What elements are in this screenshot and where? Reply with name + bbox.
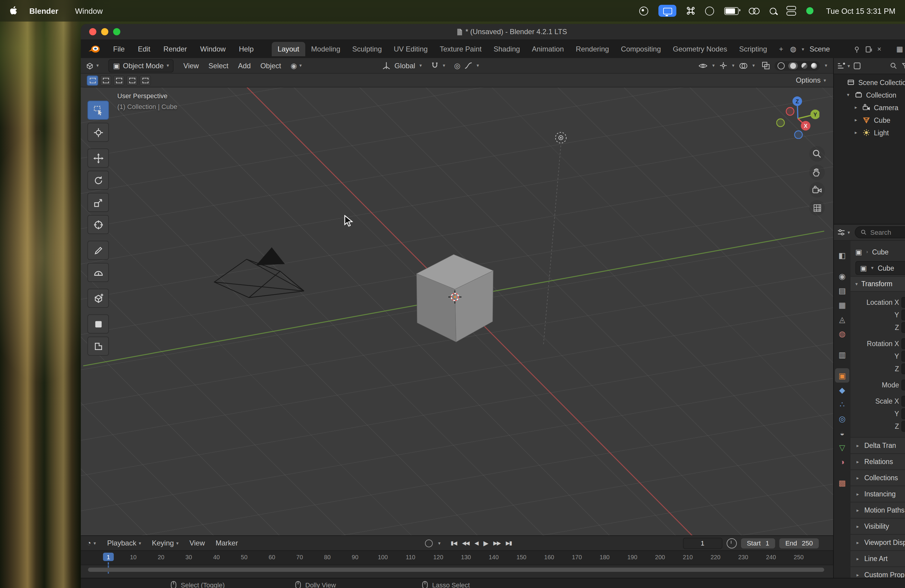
outliner-item-scene-collection[interactable]: Scene Collection <box>834 76 905 89</box>
playback-jump-to-start-button[interactable]: ▮◀ <box>451 540 457 546</box>
workspace-tab-scripting[interactable]: Scripting <box>733 42 773 56</box>
section-relations[interactable]: ▸Relations <box>851 453 905 469</box>
proportional-edit-icon[interactable]: ◎ <box>454 62 460 69</box>
playback-jump-to-end-button[interactable]: ▶▮ <box>506 540 512 546</box>
snap-caret-icon[interactable]: ▾ <box>443 63 445 68</box>
field-input-rotation-x[interactable] <box>902 338 905 349</box>
workspace-tab-compositing[interactable]: Compositing <box>615 42 667 56</box>
show-hide-eye-icon[interactable] <box>699 62 708 69</box>
topbar-menu-render[interactable]: Render <box>164 45 187 53</box>
viewport-menu-add[interactable]: Add <box>238 61 251 70</box>
outliner-search-icon[interactable] <box>890 62 897 70</box>
properties-tab-texture[interactable]: ▩ <box>835 475 849 490</box>
pan-view-icon[interactable] <box>809 165 825 180</box>
timeline-menu-keying[interactable]: Keying▾ <box>152 539 178 547</box>
playback-prev-frame-button[interactable]: ◀ <box>474 540 478 546</box>
end-frame-field[interactable]: End250 <box>779 538 819 548</box>
outliner-item-cube[interactable]: ▸Cube <box>834 114 905 126</box>
battery-icon[interactable] <box>724 7 738 15</box>
workspace-tab-animation[interactable]: Animation <box>526 42 570 56</box>
orientation-caret-icon[interactable]: ▾ <box>419 63 422 68</box>
properties-tab-particles[interactable]: ∴ <box>835 397 849 412</box>
options-dropdown[interactable]: Options▾ <box>796 76 826 84</box>
navigation-gizmo[interactable]: Z Y X <box>776 96 819 139</box>
workspace-tab-geometry-nodes[interactable]: Geometry Nodes <box>667 42 733 56</box>
gizmo-minus-z-ball[interactable] <box>795 131 802 138</box>
link-icon[interactable] <box>749 8 760 14</box>
section-viewport-disp[interactable]: ▸Viewport Disp <box>851 534 905 550</box>
apple-logo-icon[interactable] <box>10 6 17 16</box>
tool-rotate-button[interactable] <box>87 171 109 190</box>
field-input-scale-x[interactable] <box>902 396 905 406</box>
viewport-menu-view[interactable]: View <box>183 61 199 70</box>
section-delta-tran[interactable]: ▸Delta Tran <box>851 437 905 453</box>
field-input-z[interactable] <box>902 322 905 333</box>
select-mode-intersect[interactable] <box>140 75 151 85</box>
topbar-menu-help[interactable]: Help <box>239 45 254 53</box>
light-object[interactable] <box>553 130 568 146</box>
tool-fill-region-button[interactable] <box>87 315 109 334</box>
window-title-bar[interactable]: * (Unsaved) - Blender 4.2.1 LTS <box>81 24 905 40</box>
auto-keying-caret-icon[interactable]: ▾ <box>438 540 441 546</box>
workspace-tab-layout[interactable]: Layout <box>272 42 305 56</box>
add-workspace-button[interactable]: + <box>776 45 786 53</box>
proportional-caret-icon[interactable]: ▾ <box>476 63 479 68</box>
playback-prev-keyframe-button[interactable]: ◀◀ <box>462 540 469 546</box>
transform-panel-header[interactable]: ▾ Transform <box>851 276 905 292</box>
menubar-app-name[interactable]: Blender <box>29 6 58 15</box>
timeline-horizontal-scrollbar[interactable] <box>88 567 824 572</box>
tool-transform-button[interactable] <box>87 215 109 234</box>
expand-toggle-icon[interactable]: ▸ <box>853 118 859 123</box>
shading-solid-icon[interactable] <box>788 62 798 69</box>
shading-wireframe-icon[interactable] <box>778 62 785 69</box>
menubar-menu-window[interactable]: Window <box>75 6 103 15</box>
section-motion-paths[interactable]: ▸Motion Paths <box>851 502 905 518</box>
properties-tab-constraints[interactable]: ◒ <box>835 426 849 440</box>
outliner-editor-type-button[interactable]: ▾ <box>837 62 850 70</box>
timeline-ruler[interactable]: 1102030405060708090100110120130140150160… <box>81 550 833 565</box>
expand-toggle-icon[interactable]: ▸ <box>853 105 859 110</box>
editor-type-button[interactable]: ▾ <box>86 61 99 70</box>
outliner-item-camera[interactable]: ▸Camera <box>834 101 905 114</box>
viewport-menu-object[interactable]: Object <box>260 61 281 70</box>
pin-scene-icon[interactable] <box>853 46 860 52</box>
new-scene-icon[interactable] <box>865 46 872 52</box>
properties-tab-render[interactable]: ◉ <box>835 269 849 283</box>
camera-view-icon[interactable] <box>809 182 825 198</box>
properties-tab-physics[interactable]: ◎ <box>835 412 849 426</box>
camera-object[interactable] <box>210 246 311 312</box>
field-input-mode[interactable] <box>902 379 905 390</box>
playhead-line[interactable] <box>108 562 109 565</box>
gizmo-minus-x-ball[interactable] <box>786 108 794 115</box>
select-mode-subtract[interactable] <box>113 75 124 85</box>
current-frame-badge[interactable]: 1 <box>103 553 114 561</box>
facetime-status-icon[interactable] <box>806 7 813 14</box>
overlays-icon[interactable] <box>739 62 748 69</box>
outliner-display-mode-icon[interactable] <box>854 62 861 70</box>
timeline-track[interactable] <box>81 565 833 578</box>
timeline-menu-marker[interactable]: Marker <box>216 539 238 547</box>
mode-dropdown[interactable]: ▣ Object Mode ▾ <box>108 59 174 72</box>
section-collections[interactable]: ▸Collections <box>851 469 905 486</box>
properties-tab-object[interactable]: ▣ <box>835 368 849 383</box>
properties-tab-material[interactable]: ◑ <box>835 455 849 469</box>
proportional-falloff-icon[interactable] <box>464 62 472 70</box>
pivot-point-dropdown[interactable]: ◉▾ <box>291 62 302 69</box>
breadcrumb-object-name[interactable]: Cube <box>872 248 889 255</box>
xray-toggle-icon[interactable] <box>762 62 770 70</box>
field-input-y[interactable] <box>902 408 905 419</box>
select-mode-set[interactable] <box>87 75 98 85</box>
tool-select-box-button[interactable] <box>87 100 109 120</box>
control-center-icon[interactable] <box>786 6 796 16</box>
snap-magnet-icon[interactable] <box>431 62 438 70</box>
tool-add-cube-button[interactable] <box>87 289 109 308</box>
gizmo-minus-y-ball[interactable] <box>776 119 784 127</box>
timeline-menu-view[interactable]: View <box>189 539 205 547</box>
tool-measure-button[interactable] <box>87 263 109 282</box>
zoom-window-button[interactable] <box>113 28 120 35</box>
3d-viewport[interactable]: User Perspective (1) Collection | Cube <box>81 87 833 535</box>
properties-tab-world[interactable]: ◍ <box>835 326 849 341</box>
tool-scale-button[interactable] <box>87 193 109 212</box>
properties-tab-collection[interactable]: ▥ <box>835 347 849 362</box>
properties-tab-output[interactable]: ▤ <box>835 283 849 297</box>
